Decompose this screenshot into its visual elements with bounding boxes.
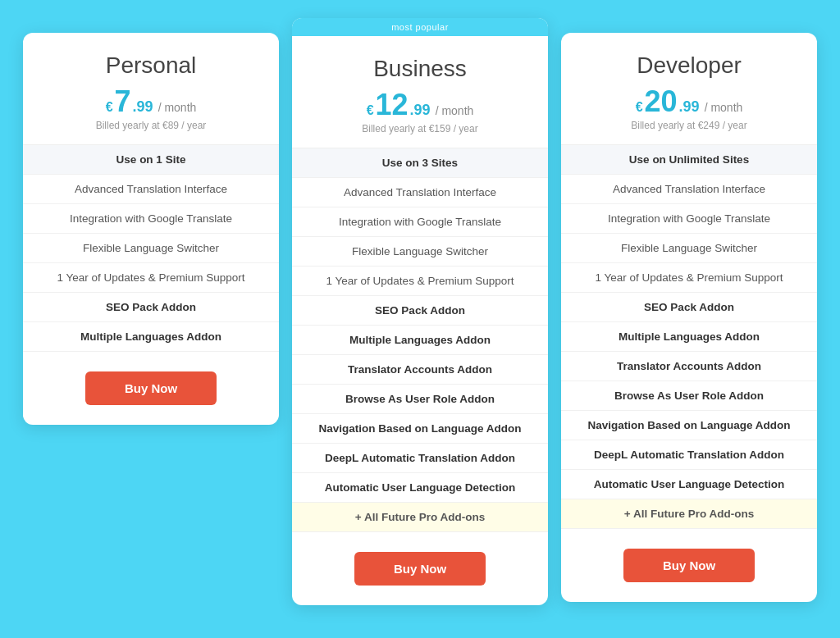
feature-item-developer-2: Integration with Google Translate bbox=[561, 204, 817, 234]
feature-item-developer-10: DeepL Automatic Translation Addon bbox=[561, 440, 817, 470]
feature-item-personal-2: Integration with Google Translate bbox=[23, 204, 279, 234]
feature-item-developer-11: Automatic User Language Detection bbox=[561, 470, 817, 499]
features-list-business: Use on 3 SitesAdvanced Translation Inter… bbox=[292, 148, 548, 532]
feature-item-business-9: Navigation Based on Language Addon bbox=[292, 414, 548, 444]
feature-item-business-4: 1 Year of Updates & Premium Support bbox=[292, 267, 548, 296]
features-list-personal: Use on 1 SiteAdvanced Translation Interf… bbox=[23, 144, 279, 352]
feature-item-business-11: Automatic User Language Detection bbox=[292, 473, 548, 503]
buy-button-developer[interactable]: Buy Now bbox=[623, 549, 755, 582]
buy-button-business[interactable]: Buy Now bbox=[354, 552, 486, 586]
feature-item-business-2: Integration with Google Translate bbox=[292, 207, 548, 237]
plan-billing-business: Billed yearly at €159 / year bbox=[308, 123, 532, 134]
feature-item-personal-0: Use on 1 Site bbox=[23, 145, 279, 175]
feature-item-personal-6: Multiple Languages Addon bbox=[23, 322, 279, 352]
feature-item-business-5: SEO Pack Addon bbox=[292, 296, 548, 326]
feature-item-developer-6: Multiple Languages Addon bbox=[561, 322, 817, 352]
price-decimal-business: .99 bbox=[410, 102, 431, 119]
feature-item-business-6: Multiple Languages Addon bbox=[292, 326, 548, 355]
price-currency-developer: € bbox=[636, 100, 643, 115]
price-decimal-personal: .99 bbox=[133, 98, 153, 116]
most-popular-badge: most popular bbox=[292, 18, 548, 36]
feature-item-business-12: + All Future Pro Add-ons bbox=[292, 503, 548, 532]
price-currency-business: € bbox=[367, 103, 374, 118]
plan-header-personal: Personal € 7 .99 / month Billed yearly a… bbox=[23, 33, 279, 144]
plan-card-developer: Developer € 20 .99 / month Billed yearly… bbox=[561, 33, 817, 602]
price-period-personal: / month bbox=[158, 101, 197, 114]
feature-item-developer-0: Use on Unlimited Sites bbox=[561, 145, 817, 175]
feature-item-developer-12: + All Future Pro Add-ons bbox=[561, 499, 817, 529]
buy-button-personal[interactable]: Buy Now bbox=[85, 371, 217, 405]
price-amount-business: 12 bbox=[376, 90, 409, 120]
feature-item-business-3: Flexible Language Switcher bbox=[292, 237, 548, 267]
feature-item-developer-4: 1 Year of Updates & Premium Support bbox=[561, 263, 817, 293]
feature-item-business-7: Translator Accounts Addon bbox=[292, 355, 548, 385]
plan-footer-personal: Buy Now bbox=[23, 352, 279, 425]
feature-item-personal-1: Advanced Translation Interface bbox=[23, 175, 279, 204]
plan-name-developer: Developer bbox=[578, 52, 801, 79]
feature-item-developer-1: Advanced Translation Interface bbox=[561, 175, 817, 204]
plan-price-developer: € 20 .99 / month bbox=[578, 87, 801, 116]
plan-footer-business: Buy Now bbox=[292, 532, 548, 605]
feature-item-developer-9: Navigation Based on Language Addon bbox=[561, 411, 817, 440]
price-currency-personal: € bbox=[106, 100, 113, 115]
plan-header-developer: Developer € 20 .99 / month Billed yearly… bbox=[561, 33, 817, 144]
feature-item-personal-4: 1 Year of Updates & Premium Support bbox=[23, 263, 279, 293]
feature-item-business-10: DeepL Automatic Translation Addon bbox=[292, 444, 548, 473]
plan-billing-personal: Billed yearly at €89 / year bbox=[39, 120, 262, 131]
plan-name-business: Business bbox=[308, 56, 532, 82]
feature-item-developer-5: SEO Pack Addon bbox=[561, 293, 817, 322]
plan-price-business: € 12 .99 / month bbox=[308, 90, 532, 120]
feature-item-personal-3: Flexible Language Switcher bbox=[23, 234, 279, 263]
plan-billing-developer: Billed yearly at €249 / year bbox=[578, 120, 801, 131]
feature-item-business-0: Use on 3 Sites bbox=[292, 148, 548, 178]
plan-card-personal: Personal € 7 .99 / month Billed yearly a… bbox=[23, 33, 279, 425]
plan-name-personal: Personal bbox=[39, 52, 262, 79]
feature-item-business-8: Browse As User Role Addon bbox=[292, 385, 548, 414]
price-amount-developer: 20 bbox=[645, 87, 678, 116]
feature-item-developer-3: Flexible Language Switcher bbox=[561, 234, 817, 263]
pricing-wrapper: Personal € 7 .99 / month Billed yearly a… bbox=[16, 33, 824, 605]
plan-price-personal: € 7 .99 / month bbox=[39, 87, 262, 116]
plan-header-business: Business € 12 .99 / month Billed yearly … bbox=[292, 36, 548, 148]
plan-card-business: most popular Business € 12 .99 / month B… bbox=[292, 18, 548, 605]
features-list-developer: Use on Unlimited SitesAdvanced Translati… bbox=[561, 144, 817, 529]
feature-item-personal-5: SEO Pack Addon bbox=[23, 293, 279, 322]
price-period-developer: / month bbox=[705, 101, 743, 114]
price-amount-personal: 7 bbox=[115, 87, 131, 116]
feature-item-developer-7: Translator Accounts Addon bbox=[561, 352, 817, 381]
feature-item-business-1: Advanced Translation Interface bbox=[292, 178, 548, 207]
feature-item-developer-8: Browse As User Role Addon bbox=[561, 381, 817, 411]
price-decimal-developer: .99 bbox=[679, 98, 700, 116]
plan-footer-developer: Buy Now bbox=[561, 529, 817, 602]
price-period-business: / month bbox=[436, 104, 474, 117]
